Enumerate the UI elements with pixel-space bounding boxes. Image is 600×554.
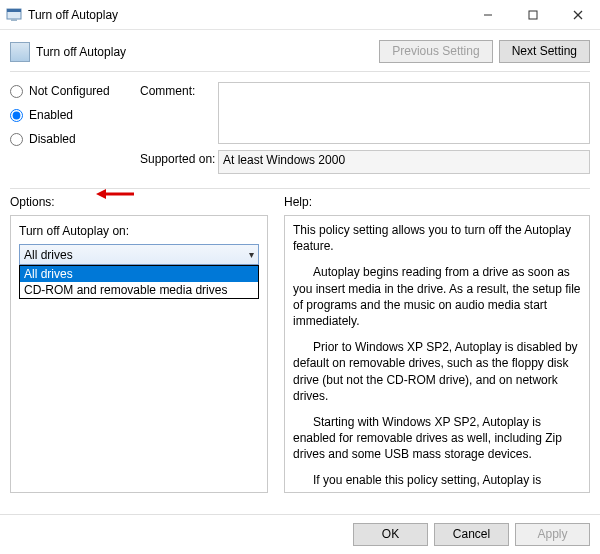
radio-not-configured[interactable]: Not Configured: [10, 84, 140, 98]
radio-disabled[interactable]: Disabled: [10, 132, 140, 146]
combo-value: All drives: [24, 248, 73, 262]
content: Turn off Autoplay Previous Setting Next …: [0, 30, 600, 493]
app-icon: [6, 7, 22, 23]
mid-row: Options: Turn off Autoplay on: All drive…: [10, 188, 590, 493]
policy-icon: [10, 42, 30, 62]
footer: OK Cancel Apply: [0, 514, 600, 554]
cancel-button[interactable]: Cancel: [434, 523, 509, 546]
help-box[interactable]: This policy setting allows you to turn o…: [284, 215, 590, 493]
autoplay-on-combo[interactable]: All drives ▾: [19, 244, 259, 265]
supported-value: At least Windows 2000: [218, 150, 590, 174]
window-controls: [465, 0, 600, 30]
fields: Comment: Supported on: At least Windows …: [140, 82, 590, 180]
help-text: Starting with Windows XP SP2, Autoplay i…: [293, 414, 581, 463]
help-text: If you enable this policy setting, Autop…: [293, 472, 581, 493]
combo-wrap: All drives ▾ All drives CD-ROM and remov…: [19, 244, 259, 265]
combo-option[interactable]: All drives: [20, 266, 258, 282]
combo-label: Turn off Autoplay on:: [19, 224, 259, 238]
ok-button[interactable]: OK: [353, 523, 428, 546]
combo-dropdown: All drives CD-ROM and removable media dr…: [19, 265, 259, 299]
radio-disabled-input[interactable]: [10, 133, 23, 146]
supported-row: Supported on: At least Windows 2000: [140, 150, 590, 174]
close-button[interactable]: [555, 0, 600, 30]
radio-not-configured-input[interactable]: [10, 85, 23, 98]
chevron-down-icon: ▾: [249, 249, 254, 260]
state-row: Not Configured Enabled Disabled Comment:…: [10, 71, 590, 180]
help-label: Help:: [284, 195, 590, 209]
options-column: Options: Turn off Autoplay on: All drive…: [10, 195, 268, 493]
radio-enabled-input[interactable]: [10, 109, 23, 122]
comment-label: Comment:: [140, 82, 218, 98]
help-column: Help: This policy setting allows you to …: [284, 195, 590, 493]
subheader: Turn off Autoplay Previous Setting Next …: [10, 36, 590, 71]
svg-rect-4: [529, 11, 537, 19]
maximize-button[interactable]: [510, 0, 555, 30]
titlebar: Turn off Autoplay: [0, 0, 600, 30]
next-setting-button[interactable]: Next Setting: [499, 40, 590, 63]
comment-input[interactable]: [218, 82, 590, 144]
window-title: Turn off Autoplay: [28, 8, 465, 22]
help-text: Prior to Windows XP SP2, Autoplay is dis…: [293, 339, 581, 404]
radio-enabled[interactable]: Enabled: [10, 108, 140, 122]
previous-setting-button[interactable]: Previous Setting: [379, 40, 492, 63]
radio-disabled-label: Disabled: [29, 132, 76, 146]
state-radios: Not Configured Enabled Disabled: [10, 82, 140, 180]
help-text: This policy setting allows you to turn o…: [293, 222, 581, 254]
options-label: Options:: [10, 195, 268, 209]
options-box: Turn off Autoplay on: All drives ▾ All d…: [10, 215, 268, 493]
apply-button[interactable]: Apply: [515, 523, 590, 546]
minimize-button[interactable]: [465, 0, 510, 30]
help-text: Autoplay begins reading from a drive as …: [293, 264, 581, 329]
radio-not-configured-label: Not Configured: [29, 84, 110, 98]
radio-enabled-label: Enabled: [29, 108, 73, 122]
svg-rect-2: [11, 19, 17, 21]
svg-rect-1: [7, 9, 21, 12]
combo-option[interactable]: CD-ROM and removable media drives: [20, 282, 258, 298]
supported-label: Supported on:: [140, 150, 218, 166]
comment-row: Comment:: [140, 82, 590, 144]
policy-title: Turn off Autoplay: [36, 45, 379, 59]
nav-buttons: Previous Setting Next Setting: [379, 40, 590, 63]
